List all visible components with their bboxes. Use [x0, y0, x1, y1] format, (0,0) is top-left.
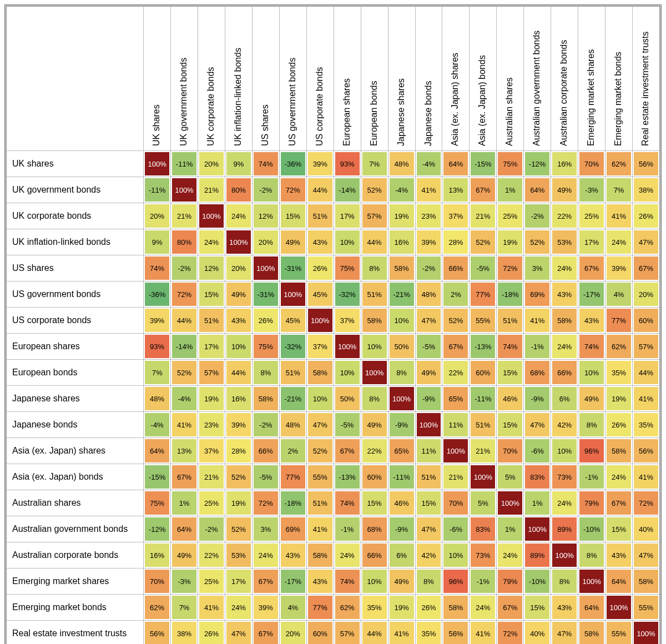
heatmap-cell: 52% — [225, 516, 252, 542]
heatmap-cell: 100% — [171, 177, 198, 203]
heatmap-cell: 28% — [225, 438, 252, 464]
cell-value: 17% — [335, 204, 360, 228]
heatmap-cell: 60% — [361, 464, 388, 490]
heatmap-cell: 100% — [198, 203, 225, 229]
heatmap-cell: 70% — [144, 568, 171, 595]
cell-value: 67% — [254, 622, 278, 644]
cell-value: 41% — [308, 517, 332, 541]
cell-value: 6% — [390, 544, 414, 567]
heatmap-cell: 77% — [279, 464, 306, 490]
heatmap-cell: 62% — [334, 595, 361, 621]
heatmap-cell: 75% — [144, 490, 171, 516]
cell-value: 39% — [607, 256, 631, 280]
heatmap-cell: -31% — [279, 255, 306, 281]
heatmap-cell: 47% — [633, 229, 660, 255]
cell-value: 1% — [498, 517, 522, 541]
cell-value: 93% — [335, 152, 360, 175]
cell-value: 7% — [145, 361, 169, 384]
heatmap-cell: 52% — [361, 177, 388, 203]
cell-value: 15% — [417, 491, 441, 515]
cell-value: 49% — [281, 230, 305, 254]
heatmap-cell: 67% — [442, 334, 470, 360]
cell-value: 67% — [579, 256, 604, 280]
row-header: UK shares — [7, 151, 144, 177]
cell-value: 49% — [362, 413, 387, 436]
cell-value: -4% — [145, 413, 169, 436]
cell-value: 70% — [145, 570, 169, 593]
cell-value: 89% — [552, 517, 577, 541]
cell-value: -3% — [579, 178, 604, 202]
cell-value: 20% — [281, 622, 305, 644]
heatmap-cell: 64% — [171, 516, 198, 542]
row-header: US shares — [7, 255, 144, 281]
heatmap-cell: 69% — [524, 281, 551, 308]
cell-value: 24% — [471, 596, 495, 619]
heatmap-cell: 80% — [171, 229, 198, 255]
cell-value: 46% — [390, 491, 414, 515]
cell-value: 72% — [254, 491, 278, 515]
heatmap-cell: 24% — [252, 542, 279, 568]
cell-value: 74% — [145, 256, 169, 280]
cell-value: 44% — [172, 309, 196, 332]
cell-value: -17% — [281, 570, 305, 593]
heatmap-cell: 74% — [578, 334, 606, 360]
heatmap-cell: 10% — [361, 568, 388, 595]
cell-value: 62% — [607, 152, 631, 175]
cell-value: 10% — [335, 230, 360, 254]
heatmap-cell: 24% — [225, 595, 252, 621]
cell-value: 44% — [362, 230, 387, 254]
cell-value: 48% — [281, 413, 305, 436]
cell-value: 100% — [254, 256, 278, 280]
cell-value: 100% — [471, 465, 495, 489]
heatmap-cell: 21% — [470, 438, 497, 464]
cell-value: 23% — [199, 413, 224, 436]
heatmap-cell: 74% — [497, 334, 524, 360]
heatmap-cell: 51% — [279, 360, 306, 386]
heatmap-cell: 4% — [279, 595, 306, 621]
table-row: US corporate bonds39%44%51%43%26%45%100%… — [7, 308, 660, 334]
row-header: Asia (ex. Japan) shares — [7, 438, 144, 464]
heatmap-cell: 44% — [361, 621, 388, 645]
cell-value: 58% — [308, 361, 332, 384]
heatmap-cell: 47% — [415, 308, 442, 334]
cell-value: 60% — [362, 465, 387, 489]
heatmap-cell: 41% — [633, 464, 660, 490]
heatmap-cell: -11% — [171, 151, 198, 177]
cell-value: 37% — [443, 204, 468, 228]
heatmap-cell: 39% — [606, 255, 633, 281]
heatmap-cell: 39% — [144, 308, 171, 334]
cell-value: 67% — [498, 596, 522, 619]
cell-value: 89% — [525, 544, 549, 567]
heatmap-cell: 25% — [497, 203, 524, 229]
heatmap-cell: 58% — [551, 308, 578, 334]
heatmap-cell: 47% — [225, 621, 252, 645]
cell-value: 1% — [172, 491, 196, 515]
heatmap-cell: 43% — [279, 542, 306, 568]
heatmap-cell: 64% — [578, 595, 606, 621]
heatmap-cell: -12% — [144, 516, 171, 542]
table-row: Asia (ex. Japan) bonds-15%67%21%52%-5%77… — [7, 464, 660, 490]
cell-value: 4% — [607, 283, 631, 306]
cell-value: 19% — [199, 387, 224, 410]
heatmap-cell: 24% — [551, 490, 578, 516]
cell-value: 24% — [226, 204, 251, 228]
heatmap-cell: -17% — [279, 568, 306, 595]
heatmap-cell: 51% — [198, 308, 225, 334]
cell-value: 43% — [552, 596, 577, 619]
cell-value: -2% — [254, 178, 278, 202]
cell-value: 66% — [362, 544, 387, 567]
cell-value: 100% — [199, 204, 224, 228]
cell-value: 57% — [199, 361, 224, 384]
heatmap-cell: 44% — [633, 360, 660, 386]
cell-value: 77% — [308, 596, 332, 619]
cell-value: -15% — [471, 152, 495, 175]
heatmap-cell: 38% — [633, 177, 660, 203]
cell-value: 57% — [335, 622, 360, 644]
heatmap-cell: 56% — [442, 621, 470, 645]
cell-value: -1% — [525, 335, 549, 358]
cell-value: -18% — [498, 283, 522, 306]
heatmap-cell: 64% — [524, 177, 551, 203]
cell-value: 42% — [552, 413, 577, 436]
table-row: UK government bonds-11%100%21%80%-2%72%4… — [7, 177, 660, 203]
cell-value: -11% — [145, 178, 169, 202]
